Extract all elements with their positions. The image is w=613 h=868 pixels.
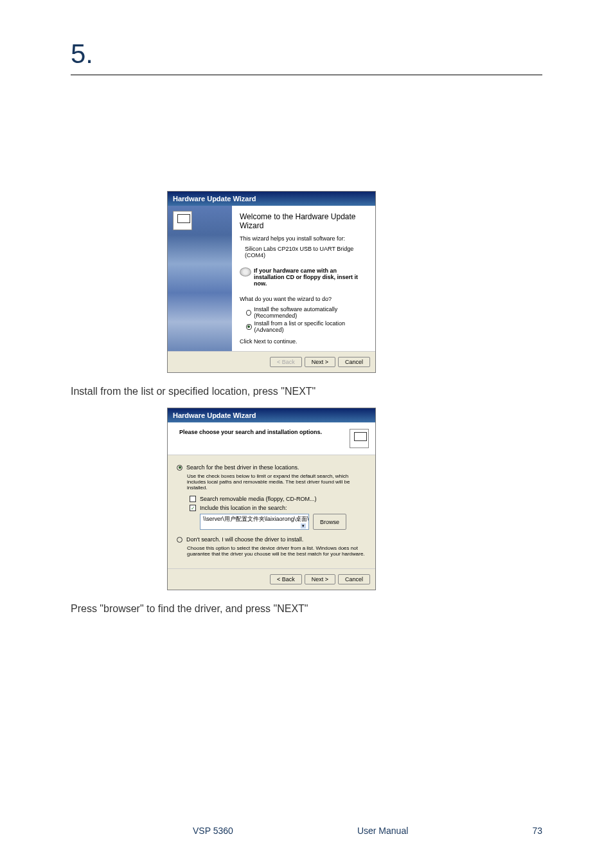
cd-instruction-text: If your hardware came with an installati… (254, 267, 368, 287)
radio-auto-row[interactable]: Install the software automatically (Reco… (246, 306, 368, 319)
check-include-row[interactable]: ✓ Include this location in the search: (190, 505, 366, 511)
dropdown-icon[interactable]: ▾ (301, 523, 306, 529)
footer-doc: User Manual (357, 826, 408, 836)
wizard-content: Welcome to the Hardware Update Wizard Th… (232, 206, 375, 351)
hardware-update-wizard-step1: Hardware Update Wizard Welcome to the Ha… (167, 191, 376, 373)
check-removable-row[interactable]: Search removable media (floppy, CD-ROM..… (190, 496, 366, 502)
radio-list-row[interactable]: Install from a list or specific location… (246, 320, 368, 333)
radio-group: Install the software automatically (Reco… (246, 306, 368, 333)
footer-product: VSP 5360 (193, 826, 233, 836)
wizard2-header: Please choose your search and installati… (168, 422, 375, 455)
wizard2-header-text: Please choose your search and installati… (174, 429, 322, 435)
radio-search-label: Search for the best driver in these loca… (186, 464, 299, 471)
footer-page: 73 (532, 826, 542, 836)
section-number: 5. (71, 39, 542, 69)
wizard-body: Welcome to the Hardware Update Wizard Th… (168, 206, 375, 351)
hardware-update-wizard-step2: Hardware Update Wizard Please choose you… (167, 408, 376, 590)
checkbox-icon (190, 496, 196, 502)
back-button[interactable]: < Back (270, 574, 302, 584)
wizard-titlebar: Hardware Update Wizard (168, 408, 375, 422)
device-name: Silicon Labs CP210x USB to UART Bridge (… (245, 246, 368, 258)
checkbox-icon-checked: ✓ (190, 505, 196, 511)
cancel-button[interactable]: Cancel (338, 574, 370, 584)
radio-list-label: Install from a list or specific location… (254, 320, 368, 333)
page-footer: VSP 5360 User Manual 73 (71, 826, 542, 836)
path-row: \\server\用户配置文件夹\laixiaorong\桌面\OLED ▾ B… (200, 514, 366, 530)
wizard-heading: Welcome to the Hardware Update Wizard (240, 212, 368, 230)
check-include-label: Include this location in the search: (200, 505, 287, 511)
wizard-sidebar-graphic (168, 206, 232, 351)
cancel-button[interactable]: Cancel (338, 357, 370, 367)
radio-dont-row[interactable]: Don't search. I will choose the driver t… (177, 536, 366, 543)
radio-icon (177, 537, 182, 543)
next-button[interactable]: Next > (305, 574, 335, 584)
device-icon (173, 211, 192, 230)
wizard-titlebar: Hardware Update Wizard (168, 192, 375, 206)
search-description: Use the check boxes below to limit or ex… (187, 473, 366, 491)
caption-2: Press "browser" to find the driver, and … (71, 603, 542, 615)
wizard-helps-line: This wizard helps you install software f… (240, 235, 368, 242)
check-removable-label: Search removable media (floppy, CD-ROM..… (200, 496, 316, 502)
radio-icon-checked (177, 465, 182, 471)
cd-instruction-row: If your hardware came with an installati… (240, 267, 368, 287)
section-divider (71, 75, 542, 75)
radio-auto-label: Install the software automatically (Reco… (254, 306, 368, 319)
radio-icon (246, 310, 251, 316)
path-input[interactable]: \\server\用户配置文件夹\laixiaorong\桌面\OLED ▾ (200, 514, 309, 530)
cd-icon (240, 267, 251, 276)
radio-icon-checked (246, 324, 252, 330)
path-value: \\server\用户配置文件夹\laixiaorong\桌面\OLED (203, 516, 309, 522)
what-do-question: What do you want the wizard to do? (240, 296, 368, 302)
device-icon (350, 429, 369, 448)
wizard-button-row: < Back Next > Cancel (168, 568, 375, 590)
browse-button[interactable]: Browse (313, 514, 346, 530)
caption-1: Install from the list or specified locat… (71, 386, 542, 397)
click-next-text: Click Next to continue. (240, 338, 368, 345)
radio-dont-label: Don't search. I will choose the driver t… (186, 536, 303, 543)
back-button: < Back (270, 357, 302, 367)
dont-description: Choose this option to select the device … (187, 545, 366, 557)
radio-search-row[interactable]: Search for the best driver in these loca… (177, 464, 366, 471)
wizard2-body: Search for the best driver in these loca… (168, 455, 375, 568)
next-button[interactable]: Next > (305, 357, 335, 367)
wizard-button-row: < Back Next > Cancel (168, 351, 375, 372)
